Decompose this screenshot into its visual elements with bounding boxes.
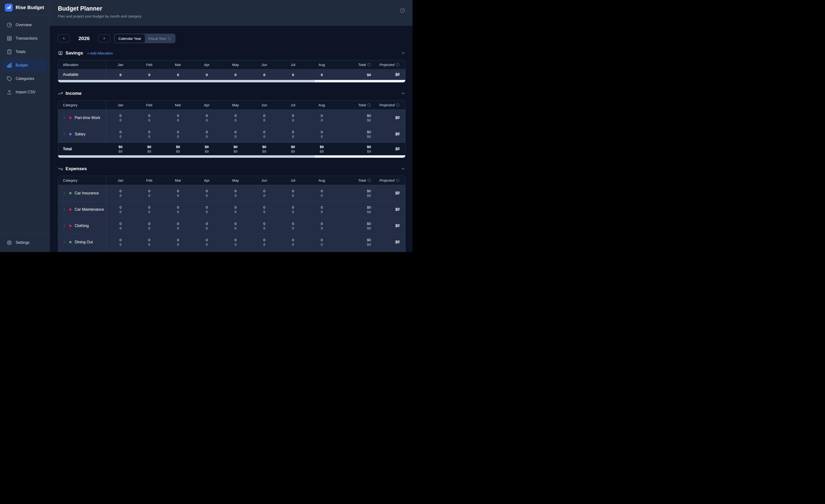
budget-value[interactable]: 0 [235,189,236,193]
month-cell[interactable]: 00 [192,205,221,214]
budget-value[interactable]: 0 [292,114,294,117]
grip-icon[interactable] [63,132,66,136]
month-cell[interactable]: 00 [135,205,164,214]
info-icon[interactable] [367,103,371,107]
next-year-button[interactable] [98,34,110,43]
month-cell[interactable]: 00 [135,222,164,230]
sidebar-item-settings[interactable]: Settings [3,237,47,249]
month-cell[interactable]: 00 [106,114,135,122]
month-cell[interactable]: 00 [135,130,164,138]
grip-icon[interactable] [63,240,66,244]
month-cell[interactable]: 00 [307,189,336,197]
budget-value[interactable]: 0 [321,238,323,242]
budget-value[interactable]: 0 [148,130,150,134]
month-cell[interactable]: 00 [221,222,250,230]
month-cell[interactable]: 00 [106,222,135,230]
month-cell[interactable]: 00 [250,238,279,246]
budget-value[interactable]: $0 [234,145,238,149]
budget-value[interactable]: 0 [206,238,208,242]
budget-value[interactable]: $0 [367,205,371,209]
scrollbar-thumb[interactable] [58,155,315,158]
month-cell[interactable]: 00 [279,205,308,214]
grip-icon[interactable] [63,224,66,228]
budget-value[interactable]: 0 [235,114,236,117]
budget-value[interactable]: 0 [292,130,294,134]
month-cell[interactable]: 00 [135,189,164,197]
month-cell[interactable]: 00 [106,189,135,197]
month-cell[interactable]: 00 [221,238,250,246]
toggle-fiscal-year[interactable]: Fiscal Year [145,34,175,43]
month-cell[interactable]: 00 [164,130,193,138]
info-icon[interactable] [168,37,171,40]
month-cell[interactable]: 00 [250,222,279,230]
budget-value[interactable]: 0 [177,130,179,134]
budget-value[interactable]: 0 [120,130,122,134]
budget-value[interactable]: 0 [120,114,122,117]
grip-icon[interactable] [63,191,66,195]
budget-value[interactable]: 0 [120,238,122,242]
budget-value[interactable]: $0 [367,114,371,117]
budget-value[interactable]: 0 [263,222,265,225]
budget-value[interactable]: 0 [263,114,265,117]
horizontal-scrollbar[interactable] [58,155,405,158]
month-cell[interactable]: 00 [192,130,221,138]
month-cell[interactable]: 00 [106,238,135,246]
month-cell[interactable]: 00 [307,238,336,246]
budget-value[interactable]: 0 [263,130,265,134]
month-cell[interactable]: 00 [221,130,250,138]
budget-value[interactable]: 0 [321,222,323,225]
sidebar-item-transactions[interactable]: Transactions [3,32,47,45]
budget-value[interactable]: 0 [148,238,150,242]
grip-icon[interactable] [63,207,66,212]
month-cell[interactable]: 00 [164,238,193,246]
month-cell[interactable]: 00 [164,205,193,214]
budget-value[interactable]: 0 [235,130,236,134]
month-cell[interactable]: 00 [135,238,164,246]
budget-value[interactable]: $0 [367,189,371,193]
month-cell[interactable]: 00 [192,222,221,230]
grip-icon[interactable] [63,116,66,120]
budget-value[interactable]: $0 [367,130,371,134]
month-cell[interactable]: 00 [250,205,279,214]
month-cell[interactable]: 00 [221,189,250,197]
budget-value[interactable]: 0 [206,189,208,193]
month-cell[interactable]: 00 [307,205,336,214]
budget-value[interactable]: 0 [148,114,150,117]
month-cell[interactable]: 00 [307,114,336,122]
month-cell[interactable]: 00 [307,222,336,230]
budget-value[interactable]: $0 [147,145,151,149]
budget-value[interactable]: 0 [321,189,323,193]
budget-value[interactable]: 0 [177,189,179,193]
sidebar-item-overview[interactable]: Overview [3,19,47,31]
budget-value[interactable]: 0 [148,222,150,225]
budget-value[interactable]: 0 [292,222,294,225]
collapse-income-button[interactable] [401,91,405,96]
info-icon[interactable] [396,103,399,107]
budget-value[interactable]: 0 [263,205,265,209]
budget-value[interactable]: 0 [206,114,208,117]
month-cell[interactable]: 00 [279,130,308,138]
month-cell[interactable]: 00 [279,189,308,197]
add-allocation-link[interactable]: + Add Allocation [87,51,113,55]
toggle-calendar-year[interactable]: Calendar Year [115,34,145,43]
month-cell[interactable]: 00 [250,130,279,138]
budget-value[interactable]: $0 [205,145,209,149]
budget-value[interactable]: 0 [321,114,323,117]
budget-value[interactable]: $0 [367,145,371,149]
month-cell[interactable]: 00 [192,189,221,197]
budget-value[interactable]: 0 [292,189,294,193]
month-cell[interactable]: 00 [164,114,193,122]
budget-value[interactable]: 0 [177,205,179,209]
month-cell[interactable]: 00 [307,130,336,138]
budget-value[interactable]: 0 [292,205,294,209]
budget-value[interactable]: 0 [148,205,150,209]
budget-value[interactable]: $0 [119,145,123,149]
budget-value[interactable]: 0 [120,205,122,209]
info-icon[interactable] [367,63,371,67]
budget-value[interactable]: 0 [235,205,236,209]
collapse-expenses-button[interactable] [401,166,405,171]
budget-value[interactable]: 0 [235,222,236,225]
budget-value[interactable]: $0 [262,145,266,149]
month-cell[interactable]: 00 [279,114,308,122]
budget-value[interactable]: 0 [292,238,294,242]
